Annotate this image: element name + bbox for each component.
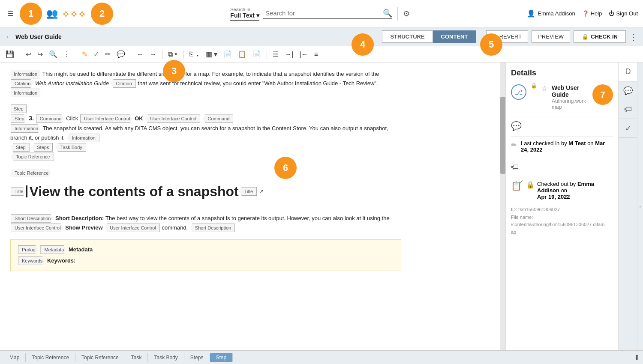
search-button[interactable]: 🔍 [383,9,392,18]
pen-button[interactable]: ✏ [103,49,113,59]
edit-pen-icon: ✏ [511,141,517,149]
nav-left-button[interactable]: ← [135,50,146,59]
keywords-bold: Keywords: [47,257,75,264]
metadata-bold: Metadata [69,246,93,253]
copy-button[interactable]: ⧉ ▾ [166,50,180,59]
lock-icon-2: 🔒 [526,181,535,189]
content-tab[interactable]: CONTENT [433,30,476,43]
scroll-thumb[interactable] [500,97,505,174]
nav-right-button[interactable]: → [147,50,159,59]
status-topic-ref-2[interactable]: Topic Reference [75,353,125,362]
checkin-button[interactable]: 🔒 CHECK IN [574,30,626,43]
redo-button[interactable]: ↪ [35,49,45,59]
chevron-left-icon: › [640,204,641,209]
checkout-on: on [561,187,567,194]
panel-content: Details ⎇ 🔒 ☆ Web User Guide Authoring.w… [506,63,618,350]
star-icon[interactable]: ☆ [541,84,547,92]
badge-2: 2 [91,3,113,25]
panel-tab-comments[interactable]: 💬 [619,81,637,100]
more-options-button[interactable]: ⋮ [629,32,638,42]
status-task-body[interactable]: Task Body [148,353,184,362]
command-tag-1: Command [36,114,64,123]
edit-toolbar: 3 💾 ↩ ↪ 🔍 ⋮ ✎ ✓ ✏ 💬 ← → ⧉ ▾ ⎘ ▾ ▦ ▾ 📄 📋 … [0,46,643,63]
save-button[interactable]: 💾 [3,49,16,59]
status-map[interactable]: Map [3,353,26,362]
separator [131,50,131,59]
grid-button[interactable]: ▦ ▾ [204,49,219,59]
preview-button[interactable]: PREVIEW [532,30,570,43]
hamburger-menu[interactable]: ☰ [5,9,15,18]
comment-button[interactable]: 💬 [114,49,127,59]
content-area[interactable]: 6 Information This might be used to diff… [0,63,506,350]
cursor [26,185,27,197]
user-icon: 👤 [527,9,535,18]
power-icon: ⏻ [609,10,614,17]
badge-3: 3 [163,60,185,82]
badge-6: 6 [274,157,297,179]
panel-tab-tags[interactable]: 🏷 [619,100,637,119]
step-3-line: Step 3. Command Click User Interface Con… [10,113,401,124]
paste-button[interactable]: ⎘ ▾ [187,50,201,59]
messages-icon[interactable]: 💬 [511,121,522,131]
comments-tab-icon: 💬 [623,86,633,95]
filter-button[interactable]: ⚙ [403,9,410,18]
search-type-dropdown[interactable]: Full Text ▾ [230,12,259,21]
italic-text: Web Author Installation Guide [35,80,111,87]
doc2-button[interactable]: 📋 [236,49,249,59]
command-end: command. [162,224,188,231]
doc3-button[interactable]: 📄 [250,49,263,59]
doc-detail-main: Web User Guide Authoring.work map [552,84,588,110]
citation-tag-close: Citation [111,79,136,88]
status-task[interactable]: Task [125,353,148,362]
panel-tab-validate[interactable]: ✓ [619,119,637,138]
outdent-button[interactable]: |← [297,50,310,59]
list-style-button[interactable]: ≡ [312,50,320,59]
prolog-line: Prolog Metadata Metadata [18,245,394,254]
status-topic-ref-1[interactable]: Topic Reference [26,353,75,362]
uic-tag-1: User Interface Control [80,114,133,123]
search-input[interactable] [263,8,383,18]
short-desc-para: Short Description Short Description: The… [10,212,401,234]
branch-icon: ⎇ [515,88,523,96]
status-steps[interactable]: Steps [184,353,210,362]
metadata-tag: Metadata [40,245,66,254]
scrollbar[interactable] [500,63,505,350]
doc-name: Web User Guide [552,84,588,98]
dropdown-arrow-icon: ▾ [256,12,259,19]
edit-mode-button[interactable]: ✎ [80,49,90,59]
structure-tab[interactable]: STRUCTURE [382,30,433,43]
user-area: 👤 Emma Addison ❓ Help ⏻ Sign Out [527,9,638,18]
undo-button[interactable]: ↩ [24,49,33,59]
panel-expand-handle[interactable]: › [637,63,643,350]
panel-tab-details[interactable]: D [619,63,637,81]
indent-button[interactable]: →| [282,50,295,59]
tags-icon: 🏷 [511,163,519,172]
command-close-tag: Command [203,114,234,123]
right-panel: Details ⎇ 🔒 ☆ Web User Guide Authoring.w… [506,63,643,350]
information-tag-close: Information [11,89,40,97]
doc1-button[interactable]: 📄 [221,49,234,59]
user-profile-link[interactable]: 👤 Emma Addison [527,9,575,18]
keywords-tag: Keywords [18,257,45,265]
signout-link[interactable]: ⏻ Sign Out [609,10,638,17]
green-check-badge: ✓ [519,179,523,185]
list-button[interactable]: ☰ [270,49,281,59]
back-button[interactable]: ← [5,33,12,41]
last-checkin-on: on [587,140,595,146]
status-step[interactable]: Step [210,353,233,362]
doc-toolbar: ← Web User Guide STRUCTURE CONTENT ↺ REV… [0,27,643,46]
more-edit-options[interactable]: ⋮ [61,49,72,59]
external-link-icon[interactable]: ↗ [259,188,264,195]
find-button[interactable]: 🔍 [47,49,60,59]
help-link[interactable]: ❓ Help [582,10,602,17]
main-area: 6 Information This might be used to diff… [0,63,643,350]
prolog-tag: Prolog [18,245,38,254]
accept-button[interactable]: ✓ [91,49,101,59]
checkout-icon-wrapper: 📋 ✓ [511,181,522,191]
big-title: View the contents of a snapshot [29,184,238,200]
citation-tag-1: Citation [11,79,33,88]
separator [76,50,76,59]
status-expand-button[interactable]: ⬆ [634,353,640,361]
checkout-label: Checked out by [537,181,577,187]
prolog-block: Prolog Metadata Metadata Keywords Keywor… [10,239,401,271]
